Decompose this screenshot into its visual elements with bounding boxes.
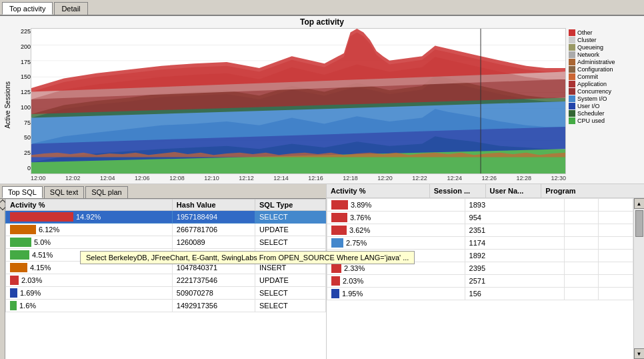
table-row[interactable]: 1.69% 509070278 SELECT	[6, 287, 326, 300]
right-panel: Activity % Session ... User Na... Progra…	[327, 184, 644, 359]
table-row[interactable]: 3.76% 954	[327, 212, 633, 224]
table-row[interactable]: 14.92% 1957188494 SELECT	[6, 211, 326, 224]
col-sqltype: SQL Type	[255, 200, 326, 211]
table-row[interactable]: 5.0% 1260089 SELECT	[6, 236, 326, 249]
sqltype-cell: SELECT	[255, 211, 326, 224]
sub-tab-sql-plan[interactable]: SQL plan	[85, 186, 127, 198]
table-row[interactable]: 2.75% 1174	[327, 237, 633, 250]
tab-top-activity[interactable]: Top activity	[2, 2, 53, 15]
activity-cell: 2.03%	[6, 274, 173, 287]
chart-svg	[31, 29, 565, 173]
scroll-down-btn[interactable]: ▼	[634, 348, 645, 359]
right-table-container[interactable]: 3.89% 1893	[327, 198, 633, 359]
left-table-container[interactable]: Activity % Hash Value SQL Type	[5, 199, 326, 359]
col-activity: Activity %	[6, 200, 173, 211]
sql-tooltip: Select BerkeleyDB, JFreeChart, E-Gantt, …	[80, 251, 415, 264]
right-data-table: 3.89% 1893	[327, 198, 633, 300]
main-content: Top activity Active Sessions 22520017515…	[0, 16, 644, 359]
y-axis-ticks: 2252001751501251007550250	[13, 28, 31, 182]
table-row[interactable]: 2.03% 2571	[327, 275, 633, 288]
y-axis-label: Active Sessions	[1, 28, 13, 182]
activity-cell: 6.12%	[6, 224, 173, 236]
table-row[interactable]: 3.62% 2351	[327, 224, 633, 237]
col-hash: Hash Value	[172, 200, 255, 211]
chart-section: Top activity Active Sessions 22520017515…	[0, 16, 644, 184]
tab-bar: Top activity Detail	[0, 0, 644, 16]
table-row[interactable]: 3.89% 1893	[327, 199, 633, 212]
app-window: Top activity Detail Top activity Active …	[0, 0, 644, 359]
x-axis: 12:0012:0212:0412:0612:0812:1012:1212:14…	[31, 174, 566, 182]
left-scroll-indicator	[0, 199, 5, 359]
activity-cell: 1.6%	[6, 300, 173, 312]
table-row[interactable]: 2.03% 2221737546 UPDATE	[6, 274, 326, 287]
table-row[interactable]: 1.95% 156	[327, 288, 633, 300]
hash-cell: 1957188494	[172, 211, 255, 224]
table-row[interactable]: 1.6% 1492917356 SELECT	[6, 300, 326, 312]
bottom-section: Top SQL SQL text SQL plan Activ	[0, 184, 644, 359]
scroll-up-btn[interactable]: ▲	[634, 198, 645, 209]
chart-legend: Other Cluster Queueing Network Administr…	[566, 28, 643, 182]
right-scrollbar[interactable]: ▲ ▼	[633, 198, 644, 359]
activity-cell: 14.92%	[6, 211, 173, 224]
left-panel: Top SQL SQL text SQL plan Activ	[0, 184, 327, 359]
chart-canvas	[31, 28, 566, 174]
tab-detail[interactable]: Detail	[54, 2, 87, 15]
sub-tab-bar: Top SQL SQL text SQL plan	[0, 184, 326, 199]
activity-cell: 5.0%	[6, 236, 173, 249]
right-table-header: Activity % Session ... User Na... Progra…	[327, 184, 644, 198]
sub-tab-top-sql[interactable]: Top SQL	[2, 186, 43, 198]
chart-title: Top activity	[1, 17, 643, 27]
sub-tab-sql-text[interactable]: SQL text	[44, 186, 84, 198]
table-row[interactable]: 6.12% 2667781706 UPDATE	[6, 224, 326, 236]
activity-cell: 1.69%	[6, 287, 173, 300]
